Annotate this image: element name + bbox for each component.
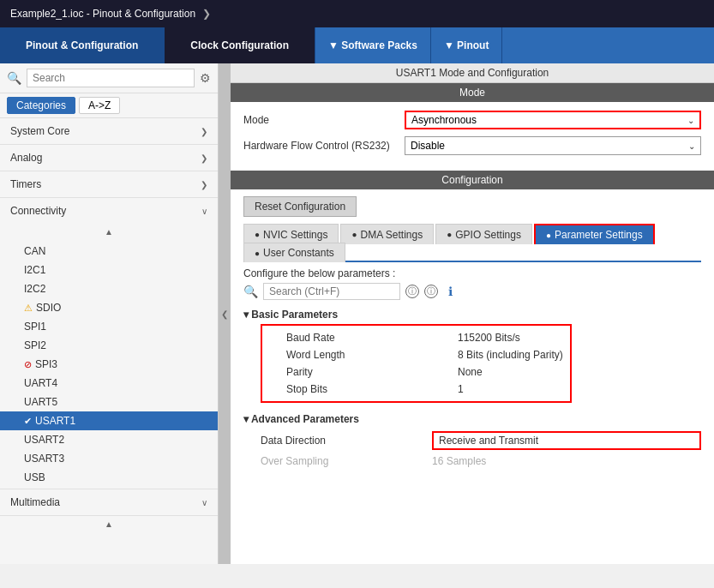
config-section-header: Configuration <box>231 171 714 189</box>
tab-pinout[interactable]: Pinout & Configuration <box>0 27 165 63</box>
info-icon-2[interactable]: ⓘ <box>424 285 438 298</box>
sidebar-item-uart4[interactable]: UART4 <box>0 374 218 393</box>
sidebar-search-input[interactable] <box>27 69 195 87</box>
sidebar-item-uart5[interactable]: UART5 <box>0 393 218 411</box>
hw-flow-row: Hardware Flow Control (RS232) Disable ⌄ <box>243 136 701 155</box>
sidebar-content: System Core ❯ Analog ❯ Timers ❯ Connecti… <box>0 118 218 564</box>
title-bar: Example2_1.ioc - Pinout & Configuration … <box>0 0 714 27</box>
tab-parameter-settings[interactable]: ● Parameter Settings <box>534 224 655 244</box>
group-connectivity: Connectivity ∨ ▲ CAN I2C1 I2C2 ⚠SDIO SPI… <box>0 198 218 489</box>
sidebar: 🔍 ⚙ Categories A->Z System Core ❯ <box>0 63 219 564</box>
mode-section: Mode Asynchronous ⌄ Hardware Flow Contro… <box>231 102 714 171</box>
tab-categories[interactable]: Categories <box>7 97 75 114</box>
tab-software-packs[interactable]: ▼ Software Packs <box>315 27 431 63</box>
content-header: USART1 Mode and Configuration <box>231 63 714 83</box>
tab-az[interactable]: A->Z <box>79 97 120 114</box>
param-baud-rate: Baud Rate 115200 Bits/s <box>269 329 563 346</box>
chevron-right-icon: ❯ <box>201 127 207 136</box>
param-word-length: Word Length 8 Bits (including Parity) <box>269 346 563 363</box>
param-value-data-direction[interactable]: Receive and Transmit <box>432 431 701 450</box>
resize-handle[interactable]: ❮ <box>219 63 231 564</box>
param-parity: Parity None <box>269 363 563 381</box>
configure-label: Configure the below parameters : <box>243 262 701 283</box>
tab-pinout-right[interactable]: ▼ Pinout <box>431 27 503 63</box>
dot-icon: ● <box>546 231 551 240</box>
sidebar-item-usart1[interactable]: ✔USART1 <box>0 411 218 430</box>
param-data-direction: Data Direction Receive and Transmit <box>243 429 701 453</box>
dot-icon: ● <box>447 230 452 239</box>
param-value-parity[interactable]: None <box>458 366 563 378</box>
group-multimedia-header[interactable]: Multimedia ∨ <box>0 489 218 515</box>
window-title: Example2_1.ioc - Pinout & Configuration <box>10 8 195 20</box>
group-analog-header[interactable]: Analog ❯ <box>0 145 218 171</box>
content-area: USART1 Mode and Configuration Mode Mode … <box>231 63 714 564</box>
sidebar-item-can[interactable]: CAN <box>0 242 218 261</box>
tab-nvic-settings[interactable]: ● NVIC Settings <box>243 224 339 244</box>
tab-clock[interactable]: Clock Configuration <box>165 27 315 63</box>
sidebar-item-i2c1[interactable]: I2C1 <box>0 261 218 279</box>
sidebar-item-spi2[interactable]: SPI2 <box>0 336 218 355</box>
warning-icon: ⚠ <box>24 303 33 314</box>
params-search-input[interactable] <box>263 283 400 300</box>
info-icon-3: ℹ <box>443 285 457 298</box>
tab-user-constants[interactable]: ● User Constants <box>243 243 345 262</box>
group-timers-header[interactable]: Timers ❯ <box>0 171 218 197</box>
basic-params-header[interactable]: ▾ Basic Parameters <box>243 305 701 324</box>
sidebar-tab-bar: Categories A->Z <box>0 93 218 118</box>
mode-label: Mode <box>243 114 398 126</box>
config-section: Reset Configuration ● NVIC Settings ● DM… <box>231 189 714 477</box>
param-value-baud-rate[interactable]: 115200 Bits/s <box>458 332 563 344</box>
mode-select[interactable]: Asynchronous ⌄ <box>405 111 701 129</box>
tab-dma-settings[interactable]: ● DMA Settings <box>340 224 434 244</box>
chevron-right-icon: ❯ <box>201 180 207 189</box>
dot-icon: ● <box>351 230 357 239</box>
group-connectivity-header[interactable]: Connectivity ∨ <box>0 198 218 224</box>
scroll-down-arrow[interactable]: ▲ <box>0 516 218 532</box>
group-system-core: System Core ❯ <box>0 118 218 145</box>
param-name-data-direction: Data Direction <box>261 435 432 447</box>
tab-bar: Pinout & Configuration Clock Configurati… <box>0 27 714 63</box>
group-system-core-header[interactable]: System Core ❯ <box>0 118 218 144</box>
hw-flow-select[interactable]: Disable ⌄ <box>405 136 701 155</box>
sidebar-item-i2c2[interactable]: I2C2 <box>0 279 218 298</box>
sidebar-item-spi3[interactable]: ⊘SPI3 <box>0 355 218 374</box>
chevron-down-icon: ∨ <box>201 498 207 507</box>
sidebar-item-usart3[interactable]: USART3 <box>0 449 218 468</box>
search-icon: 🔍 <box>7 71 21 85</box>
group-multimedia: Multimedia ∨ <box>0 489 218 516</box>
chevron-down-icon: ⌄ <box>687 116 694 125</box>
param-value-stop-bits[interactable]: 1 <box>458 383 563 395</box>
param-stop-bits: Stop Bits 1 <box>269 381 563 398</box>
group-timers: Timers ❯ <box>0 171 218 198</box>
dot-icon: ● <box>255 230 260 239</box>
sidebar-item-sdio[interactable]: ⚠SDIO <box>0 298 218 317</box>
param-name-stop-bits: Stop Bits <box>286 383 458 395</box>
hw-flow-label: Hardware Flow Control (RS232) <box>243 140 398 152</box>
chevron-right-icon: ❯ <box>201 153 207 163</box>
sidebar-search-bar: 🔍 ⚙ <box>0 63 218 93</box>
scroll-up-arrow[interactable]: ▲ <box>0 224 218 240</box>
advanced-params-header[interactable]: ▾ Advanced Parameters <box>243 410 701 429</box>
param-name-baud-rate: Baud Rate <box>286 332 458 344</box>
params-search-bar: 🔍 ⓘ ⓘ ℹ <box>243 283 701 300</box>
reset-config-button[interactable]: Reset Configuration <box>243 196 357 217</box>
sidebar-item-usart2[interactable]: USART2 <box>0 430 218 449</box>
param-name-parity: Parity <box>286 366 458 378</box>
sidebar-item-spi1[interactable]: SPI1 <box>0 317 218 336</box>
gear-icon[interactable]: ⚙ <box>200 71 211 85</box>
tab-gpio-settings[interactable]: ● GPIO Settings <box>435 224 532 244</box>
connectivity-items: CAN I2C1 I2C2 ⚠SDIO SPI1 SPI2 ⊘SPI3 UART… <box>0 240 218 489</box>
sidebar-item-usb[interactable]: USB <box>0 468 218 487</box>
param-value-over-sampling: 16 Samples <box>432 455 701 467</box>
info-icon-1[interactable]: ⓘ <box>405 285 419 298</box>
param-name-word-length: Word Length <box>286 349 458 361</box>
chevron-down-icon: ⌄ <box>688 141 695 151</box>
param-over-sampling: Over Sampling 16 Samples <box>243 453 701 470</box>
group-analog: Analog ❯ <box>0 145 218 171</box>
config-tabs: ● NVIC Settings ● DMA Settings ● GPIO Se… <box>243 224 701 262</box>
param-name-over-sampling: Over Sampling <box>261 455 432 467</box>
param-value-word-length[interactable]: 8 Bits (including Parity) <box>458 349 563 361</box>
chevron-down-icon: ∨ <box>201 207 207 216</box>
mode-row: Mode Asynchronous ⌄ <box>243 111 701 129</box>
search-icon: 🔍 <box>243 285 258 298</box>
